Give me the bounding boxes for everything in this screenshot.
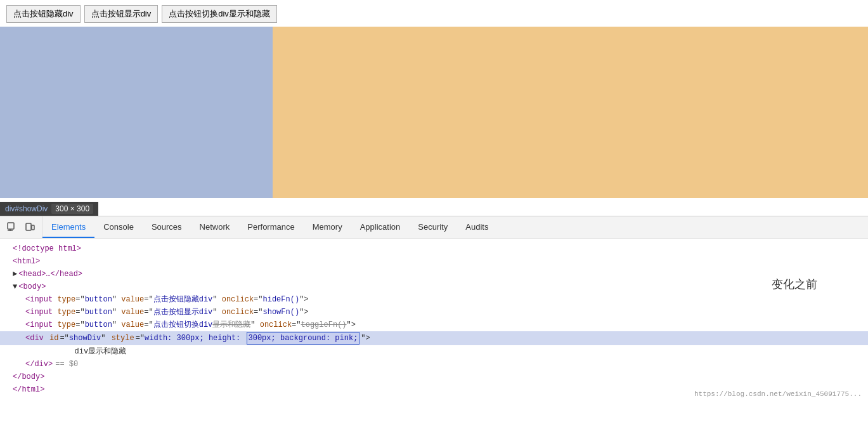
selected-style-value: 300px; background: pink;	[247, 332, 360, 345]
tab-console[interactable]: Console	[94, 216, 143, 238]
blue-box	[0, 27, 273, 198]
devtools-toolbar: Elements Console Sources Network Perform…	[0, 216, 868, 239]
code-line-4[interactable]: ▼ <body>	[0, 280, 868, 293]
tab-elements[interactable]: Elements	[42, 216, 94, 238]
code-line-8[interactable]: <div id="showDiv" style="width: 300px; h…	[0, 331, 868, 345]
triangle-head-icon: ►	[13, 268, 17, 280]
size-label: 300 × 300	[51, 204, 93, 214]
top-buttons-bar: 点击按钮隐藏div 点击按钮显示div 点击按钮切换div显示和隐藏	[0, 0, 868, 28]
tab-security[interactable]: Security	[409, 216, 457, 238]
tab-audits[interactable]: Audits	[457, 216, 497, 238]
code-line-3[interactable]: ► <head>…</head>	[0, 268, 868, 280]
toggle-div-button[interactable]: 点击按钮切换div显示和隐藏	[162, 5, 277, 23]
code-line-1: <!doctype html>	[0, 242, 868, 255]
element-label: div#showDiv	[5, 204, 48, 213]
code-line-11: </body>	[0, 371, 868, 383]
inspect-element-icon[interactable]	[5, 220, 19, 234]
code-line-6: <input type="button" value="点击按钮显示div" o…	[0, 306, 868, 319]
device-mode-icon[interactable]	[23, 220, 37, 234]
devtools-tabs: Elements Console Sources Network Perform…	[42, 216, 868, 238]
show-div-button[interactable]: 点击按钮显示div	[84, 5, 159, 23]
svg-rect-4	[32, 225, 34, 230]
code-line-2: <html>	[0, 255, 868, 268]
orange-box	[273, 27, 868, 198]
code-line-10: </div> == $0	[0, 358, 868, 371]
tab-memory[interactable]: Memory	[304, 216, 351, 238]
tab-performance[interactable]: Performance	[238, 216, 303, 238]
devtools-code-panel: <!doctype html> <html> ► <head>…</head> …	[0, 239, 868, 399]
svg-rect-0	[8, 223, 14, 229]
devtools-panel: Elements Console Sources Network Perform…	[0, 216, 868, 399]
tab-application[interactable]: Application	[351, 216, 410, 238]
svg-rect-3	[26, 223, 31, 230]
browser-content: 点击按钮隐藏div 点击按钮显示div 点击按钮切换div显示和隐藏 div显示…	[0, 0, 868, 216]
devtools-icon-group	[0, 216, 42, 238]
tab-network[interactable]: Network	[191, 216, 239, 238]
code-line-5: <input type="button" value="点击按钮隐藏div" o…	[0, 293, 868, 306]
hide-div-button[interactable]: 点击按钮隐藏div	[6, 5, 81, 23]
url-bar: https://blog.csdn.net/weixin_45091775...	[694, 390, 862, 398]
code-line-9: div显示和隐藏	[0, 345, 868, 358]
triangle-body-icon: ▼	[13, 281, 17, 293]
dimension-badge: div#showDiv 300 × 300	[0, 202, 98, 216]
tab-sources[interactable]: Sources	[143, 216, 191, 238]
code-line-7: <input type="button" value="点击按钮切换div显示和…	[0, 319, 868, 331]
right-note: 变化之前	[772, 277, 817, 292]
